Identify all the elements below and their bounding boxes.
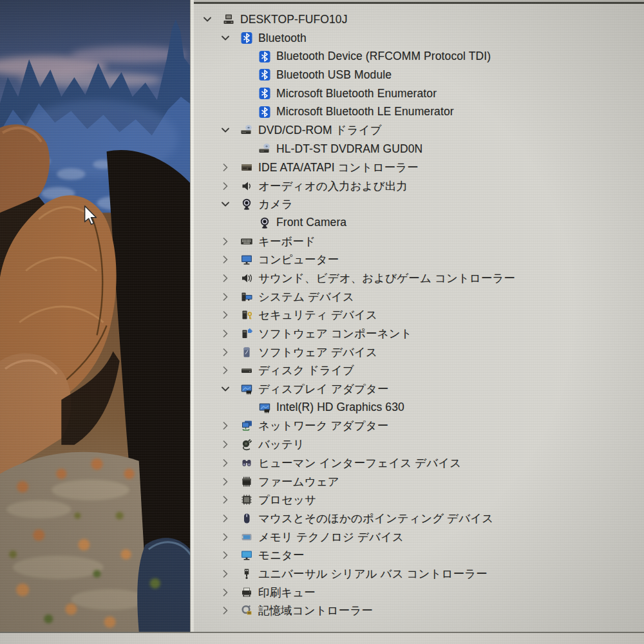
chevron-right-icon[interactable] bbox=[217, 457, 234, 469]
window-bottom-border bbox=[0, 632, 644, 644]
tree-item[interactable]: サウンド、ビデオ、およびゲーム コントローラー bbox=[194, 269, 644, 288]
chevron-right-icon[interactable] bbox=[217, 567, 234, 580]
tree-item[interactable]: コンピューター bbox=[194, 251, 644, 269]
tree-item-label: ヒューマン インターフェイス デバイス bbox=[258, 455, 461, 471]
tree-item[interactable]: ディスプレイ アダプター bbox=[194, 380, 644, 399]
chevron-right-icon[interactable] bbox=[217, 438, 234, 451]
tree-item[interactable]: ファームウェア bbox=[194, 472, 644, 491]
chevron-right-icon[interactable] bbox=[217, 235, 234, 248]
desktop-wallpaper bbox=[0, 0, 194, 632]
tree-item[interactable]: オーディオの入力および出力 bbox=[194, 176, 644, 195]
camera-icon bbox=[258, 216, 271, 229]
expander-icon bbox=[235, 87, 252, 100]
chevron-right-icon[interactable] bbox=[217, 327, 234, 340]
tree-item[interactable]: 記憶域コントローラー bbox=[194, 601, 644, 620]
tree-item[interactable]: ソフトウェア コンポーネント bbox=[194, 325, 644, 343]
tree-item[interactable]: DESKTOP-FUFO10J bbox=[194, 10, 644, 29]
tree-item-label: ソフトウェア デバイス bbox=[258, 345, 377, 360]
chevron-right-icon[interactable] bbox=[217, 161, 234, 174]
display-adapter-icon bbox=[258, 401, 271, 414]
tree-item[interactable]: ディスク ドライブ bbox=[194, 361, 644, 380]
wallpaper-scenery-image bbox=[0, 0, 194, 632]
tree-item[interactable]: DVD/CD-ROM ドライブ bbox=[194, 121, 644, 140]
photographed-screen: DESKTOP-FUFO10J Bluetooth Bluetooth Devi… bbox=[0, 0, 644, 644]
tree-item-label: Front Camera bbox=[276, 216, 346, 229]
tree-item[interactable]: Microsoft Bluetooth LE Enumerator bbox=[194, 102, 644, 121]
tree-item-label: Microsoft Bluetooth LE Enumerator bbox=[276, 105, 454, 118]
tree-item[interactable]: マウスとそのほかのポインティング デバイス bbox=[194, 509, 644, 528]
chevron-right-icon[interactable] bbox=[217, 419, 234, 432]
chevron-right-icon[interactable] bbox=[217, 346, 234, 359]
tree-item-label: Intel(R) HD Graphics 630 bbox=[276, 401, 404, 414]
tree-item-label: コンピューター bbox=[258, 252, 339, 267]
tree-item[interactable]: システム デバイス bbox=[194, 287, 644, 306]
chevron-right-icon[interactable] bbox=[217, 604, 234, 617]
battery-icon bbox=[240, 438, 253, 451]
chevron-down-icon[interactable] bbox=[217, 383, 234, 395]
system-devices-icon bbox=[240, 290, 253, 303]
tree-item-label: サウンド、ビデオ、およびゲーム コントローラー bbox=[258, 270, 515, 286]
tree-item[interactable]: メモリ テクノロジ デバイス bbox=[194, 527, 644, 546]
chevron-right-icon[interactable] bbox=[217, 272, 234, 285]
camera-icon bbox=[240, 198, 253, 211]
bluetooth-icon bbox=[258, 87, 271, 100]
chevron-right-icon[interactable] bbox=[217, 586, 234, 599]
chevron-right-icon[interactable] bbox=[217, 308, 234, 321]
chevron-right-icon[interactable] bbox=[217, 475, 234, 488]
tree-item-label: Bluetooth USB Module bbox=[276, 68, 392, 82]
tree-item[interactable]: ユニバーサル シリアル バス コントローラー bbox=[194, 565, 644, 583]
chevron-right-icon[interactable] bbox=[217, 512, 234, 525]
chevron-right-icon[interactable] bbox=[217, 290, 234, 303]
network-adapter-icon bbox=[240, 419, 253, 432]
chevron-right-icon[interactable] bbox=[217, 531, 234, 544]
tree-item[interactable]: プロセッサ bbox=[194, 491, 644, 509]
tree-item-label: モニター bbox=[258, 547, 305, 563]
tree-item[interactable]: 印刷キュー bbox=[194, 583, 644, 601]
chevron-right-icon[interactable] bbox=[217, 364, 234, 377]
tree-item[interactable]: Intel(R) HD Graphics 630 bbox=[194, 398, 644, 417]
computer-icon bbox=[240, 253, 253, 266]
ide-controller-icon bbox=[240, 161, 253, 174]
chevron-right-icon[interactable] bbox=[217, 180, 234, 193]
chevron-down-icon[interactable] bbox=[217, 32, 234, 44]
tree-item[interactable]: Microsoft Bluetooth Enumerator bbox=[194, 84, 644, 103]
tree-item-label: Bluetooth bbox=[258, 32, 307, 45]
tree-item-label: ユニバーサル シリアル バス コントローラー bbox=[258, 566, 488, 582]
chevron-right-icon[interactable] bbox=[217, 253, 234, 266]
tree-item-label: カメラ bbox=[258, 196, 293, 212]
tree-item[interactable]: Front Camera bbox=[194, 214, 644, 232]
tree-item-label: ディスプレイ アダプター bbox=[258, 381, 389, 397]
chevron-right-icon[interactable] bbox=[217, 549, 234, 562]
expander-icon bbox=[235, 401, 252, 414]
panel-top-border bbox=[194, 0, 644, 6]
tree-item[interactable]: ネットワーク アダプター bbox=[194, 417, 644, 435]
tree-item[interactable]: キーボード bbox=[194, 232, 644, 251]
tree-item[interactable]: セキュリティ デバイス bbox=[194, 306, 644, 325]
tree-item[interactable]: Bluetooth Device (RFCOMM Protocol TDI) bbox=[194, 47, 644, 66]
tree-item[interactable]: Bluetooth USB Module bbox=[194, 66, 644, 84]
tree-item-label: セキュリティ デバイス bbox=[258, 307, 377, 323]
tree-item[interactable]: バッテリ bbox=[194, 435, 644, 454]
device-tree[interactable]: DESKTOP-FUFO10J Bluetooth Bluetooth Devi… bbox=[194, 6, 644, 632]
chevron-down-icon[interactable] bbox=[217, 198, 234, 211]
chevron-down-icon[interactable] bbox=[217, 124, 234, 137]
tree-item-label: システム デバイス bbox=[258, 289, 354, 305]
tree-item[interactable]: ソフトウェア デバイス bbox=[194, 343, 644, 361]
tree-item-label: キーボード bbox=[258, 234, 316, 249]
tree-item[interactable]: カメラ bbox=[194, 195, 644, 214]
tree-item-label: ファームウェア bbox=[258, 474, 339, 489]
disk-drive-icon bbox=[240, 364, 253, 377]
tree-item[interactable]: モニター bbox=[194, 546, 644, 565]
device-tree-panel: DESKTOP-FUFO10J Bluetooth Bluetooth Devi… bbox=[191, 0, 644, 632]
tree-item-label: バッテリ bbox=[258, 437, 305, 452]
chevron-down-icon[interactable] bbox=[199, 13, 216, 26]
tree-item-label: ソフトウェア コンポーネント bbox=[258, 326, 412, 341]
chevron-right-icon[interactable] bbox=[217, 493, 234, 506]
tree-item[interactable]: HL-DT-ST DVDRAM GUD0N bbox=[194, 140, 644, 158]
tree-item[interactable]: IDE ATA/ATAPI コントローラー bbox=[194, 158, 644, 177]
expander-icon bbox=[235, 142, 252, 155]
tree-item[interactable]: ヒューマン インターフェイス デバイス bbox=[194, 454, 644, 473]
tree-item[interactable]: Bluetooth bbox=[194, 29, 644, 48]
tree-item-label: HL-DT-ST DVDRAM GUD0N bbox=[276, 142, 422, 156]
bluetooth-icon bbox=[240, 32, 253, 44]
